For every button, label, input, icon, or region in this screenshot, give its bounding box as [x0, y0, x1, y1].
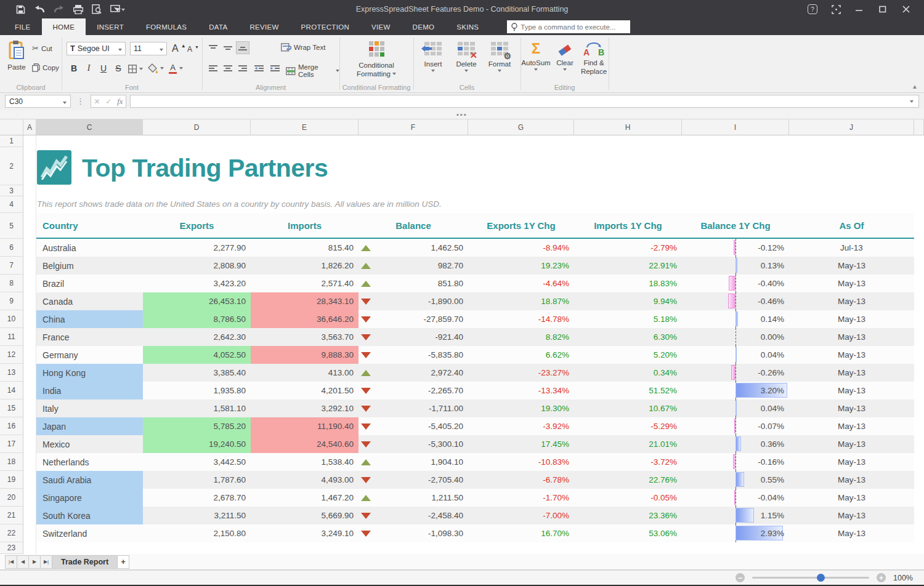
cell-imports-1y-chg[interactable]: 53.06% [574, 524, 682, 542]
cell-imports-1y-chg[interactable]: 22.76% [574, 471, 682, 489]
cell-country[interactable]: Brazil [36, 275, 143, 292]
cell-balance[interactable]: -5,405.20 [359, 417, 468, 435]
paste-button[interactable]: Paste [4, 40, 30, 71]
cell-imports-1y-chg[interactable]: 23.36% [574, 507, 682, 524]
cell-imports[interactable]: 1,538.40 [251, 453, 359, 471]
column-header-j[interactable]: J [789, 119, 914, 135]
font-color-button[interactable]: A [169, 63, 183, 74]
cell-exports[interactable]: 26,453.10 [143, 292, 251, 310]
cell-exports-1y-chg[interactable]: -1.70% [468, 489, 574, 507]
row-header-11[interactable]: 11 [0, 328, 23, 346]
align-right-button[interactable] [238, 65, 248, 73]
align-bottom-button[interactable] [236, 41, 249, 54]
column-header-i[interactable]: I [682, 119, 789, 135]
cell-as-of[interactable]: May-13 [789, 346, 914, 364]
row-header-15[interactable]: 15 [0, 399, 23, 417]
save-icon[interactable] [16, 4, 25, 15]
cell-imports-1y-chg[interactable]: 6.30% [574, 328, 682, 346]
row-header-10[interactable]: 10 [0, 310, 23, 328]
cell-balance-1y-chg[interactable]: 2.93% [682, 524, 789, 542]
cell-exports[interactable]: 2,150.80 [143, 524, 251, 542]
formula-input[interactable] [130, 95, 919, 108]
cell-balance-1y-chg[interactable]: -0.12% [682, 239, 789, 257]
cell-exports[interactable]: 4,052.50 [143, 346, 251, 364]
cell-exports[interactable]: 3,423.20 [143, 275, 251, 292]
zoom-in-icon[interactable]: + [877, 573, 886, 582]
autosum-button[interactable]: Σ AutoSum [521, 41, 551, 73]
row-header-14[interactable]: 14 [0, 382, 23, 399]
cell-exports-1y-chg[interactable]: -8.94% [468, 239, 574, 257]
insert-function-icon[interactable]: fx [117, 97, 123, 106]
tab-protection[interactable]: PROTECTION [290, 18, 360, 35]
row-header-13[interactable]: 13 [0, 364, 23, 382]
select-all-corner[interactable] [0, 119, 23, 135]
cell-balance[interactable]: -27,859.70 [359, 310, 468, 328]
cell-imports-1y-chg[interactable]: 51.52% [574, 382, 682, 399]
cell-balance-1y-chg[interactable]: 0.14% [682, 310, 789, 328]
find-replace-button[interactable]: AB Find & Replace [580, 41, 608, 76]
cell-exports[interactable]: 3,211.50 [143, 507, 251, 524]
cell-exports-1y-chg[interactable]: 19.23% [468, 257, 574, 275]
confirm-entry-icon[interactable]: ✓ [105, 97, 111, 106]
cell-imports[interactable]: 1,467.20 [251, 489, 359, 507]
shrink-font-button[interactable]: A▼ [187, 45, 199, 54]
cancel-entry-icon[interactable]: ✕ [94, 97, 100, 106]
tab-skins[interactable]: SKINS [445, 18, 490, 35]
row-header-7[interactable]: 7 [0, 257, 23, 275]
cell-as-of[interactable]: Jul-13 [789, 239, 914, 257]
print-icon[interactable] [73, 4, 83, 15]
cell-reference-box[interactable]: C30 [5, 95, 71, 108]
cell-imports-1y-chg[interactable]: -0.05% [574, 489, 682, 507]
align-center-button[interactable] [223, 65, 233, 73]
cell-country[interactable]: Switzerland [36, 524, 143, 542]
command-search-box[interactable] [507, 20, 630, 33]
command-input[interactable] [521, 23, 625, 31]
row-header-20[interactable]: 20 [0, 489, 23, 507]
cell-balance-1y-chg[interactable]: 0.04% [682, 346, 789, 364]
row-header-9[interactable]: 9 [0, 292, 23, 310]
cell-balance[interactable]: 851.80 [359, 275, 468, 292]
fill-color-button[interactable] [148, 63, 164, 73]
merge-cells-button[interactable]: Merge Cells [286, 63, 339, 78]
cell-balance[interactable]: 2,972.40 [359, 364, 468, 382]
row-header-16[interactable]: 16 [0, 417, 23, 435]
cell-exports-1y-chg[interactable]: 8.82% [468, 328, 574, 346]
cell-reference-dropdown-icon[interactable] [63, 102, 67, 106]
row-header-23[interactable]: 23 [0, 542, 23, 554]
collapse-ribbon-icon[interactable]: ▲ [912, 83, 918, 90]
cell-balance-1y-chg[interactable]: -0.07% [682, 417, 789, 435]
format-button[interactable]: ⚙ Format [482, 41, 517, 74]
cell-as-of[interactable]: May-13 [789, 399, 914, 417]
cell-exports-1y-chg[interactable]: -13.34% [468, 382, 574, 399]
formula-bar-grip[interactable]: ⋮ [76, 97, 85, 106]
align-top-button[interactable] [208, 44, 218, 52]
fullscreen-icon[interactable] [827, 2, 845, 16]
cell-balance-1y-chg[interactable]: 0.55% [682, 471, 789, 489]
increase-indent-button[interactable] [270, 65, 280, 73]
cell-balance-1y-chg[interactable]: 0.04% [682, 399, 789, 417]
cell-imports[interactable]: 9,888.30 [251, 346, 359, 364]
minimize-icon[interactable] [850, 2, 869, 16]
cell-exports[interactable]: 8,786.50 [143, 310, 251, 328]
cell-exports[interactable]: 3,442.50 [143, 453, 251, 471]
zoom-slider-thumb[interactable] [817, 574, 825, 582]
cell-as-of[interactable]: May-13 [789, 275, 914, 292]
font-name-select[interactable]: T Segoe UI [67, 42, 126, 55]
column-a-spacer[interactable] [23, 135, 36, 554]
cell-imports-1y-chg[interactable]: 22.91% [574, 257, 682, 275]
cell-as-of[interactable]: May-13 [789, 257, 914, 275]
cell-exports-1y-chg[interactable]: -10.83% [468, 453, 574, 471]
row-header-8[interactable]: 8 [0, 275, 23, 292]
cell-country[interactable]: China [36, 310, 143, 328]
clear-button[interactable]: Clear [551, 41, 578, 73]
cell-country[interactable]: Canada [36, 292, 143, 310]
strikethrough-button[interactable]: S [112, 63, 124, 73]
help-icon[interactable]: ? [803, 2, 822, 16]
cell-imports[interactable]: 4,201.50 [251, 382, 359, 399]
cell-balance[interactable]: -5,835.80 [359, 346, 468, 364]
borders-button[interactable] [128, 65, 143, 73]
column-header-h[interactable]: H [574, 119, 682, 135]
cell-exports-1y-chg[interactable]: -6.78% [468, 471, 574, 489]
row-header-17[interactable]: 17 [0, 435, 23, 453]
cell-as-of[interactable]: May-13 [789, 489, 914, 507]
